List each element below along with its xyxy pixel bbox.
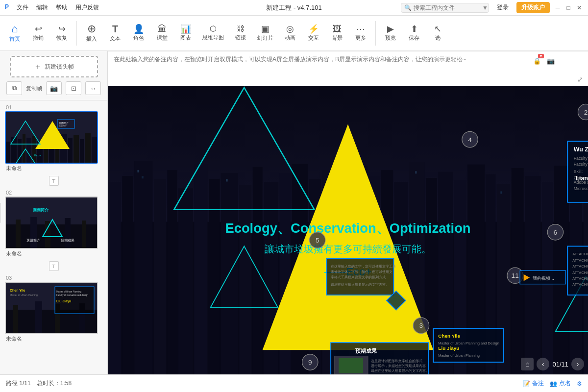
- canvas-lock-button[interactable]: 🔒 ▼: [531, 55, 543, 67]
- toolbar-preview[interactable]: ▶ 预览: [380, 23, 401, 44]
- svg-rect-30: [82, 220, 86, 248]
- toolbar-save-label: 保存: [409, 34, 419, 42]
- toolbar-text[interactable]: T 文本: [104, 22, 126, 44]
- swap-button[interactable]: ↔: [85, 81, 101, 95]
- notes-action-button[interactable]: 📝 备注: [523, 379, 544, 388]
- sidebar-collapse-button[interactable]: ‹: [0, 203, 1, 222]
- nav-next-button[interactable]: ›: [571, 358, 584, 370]
- plus-icon: ＋: [34, 62, 42, 72]
- canvas-camera-button[interactable]: 📷: [545, 55, 557, 67]
- fit-icon: ⊡: [71, 85, 76, 92]
- slide-thumb-3[interactable]: Chen Yile Master of Urban Planning Maste…: [5, 282, 98, 334]
- toolbar-slide[interactable]: ▣ 幻灯片: [253, 23, 277, 44]
- nav-prev-button[interactable]: ‹: [537, 358, 549, 370]
- save-icon: ⬆: [411, 24, 418, 33]
- toolbar-classroom[interactable]: 🏛 课堂: [151, 23, 173, 44]
- interact-icon: ⚡: [308, 24, 319, 33]
- settings-action-button[interactable]: ⚙: [577, 380, 582, 387]
- svg-rect-1: [6, 142, 10, 163]
- toolbar-link[interactable]: ⛓ 链接: [230, 23, 251, 43]
- svg-rect-15: [85, 133, 91, 163]
- canvas-zoomout-button[interactable]: ⊖: [504, 55, 515, 67]
- svg-text:字格式工具栏来设置文字的排列方式: 字格式工具栏来设置文字的排列方式: [331, 275, 386, 279]
- toolbar-undo[interactable]: ↩ 撤销: [27, 23, 49, 44]
- toolbar-chart[interactable]: 📊 图表: [175, 23, 196, 44]
- svg-text:进行展示，来描述您的预期成果内容: 进行展示，来描述您的预期成果内容: [371, 364, 426, 368]
- maximize-button[interactable]: □: [564, 4, 572, 12]
- menu-edit[interactable]: 编辑: [36, 3, 48, 12]
- more-icon: ⋯: [356, 24, 365, 33]
- toolbar-select[interactable]: ↖ 选: [427, 23, 448, 44]
- slide-number-2: 02: [5, 190, 102, 196]
- duration-indicator: 总时长：1:58: [37, 379, 72, 388]
- slide-icon: ▣: [261, 24, 270, 33]
- menu-help[interactable]: 帮助: [56, 3, 68, 12]
- svg-rect-5: [26, 138, 31, 163]
- redo-icon: ↪: [58, 24, 66, 33]
- canvas-fit2-button[interactable]: ⊡: [559, 55, 570, 67]
- svg-text:Faculty of Innovation and Desi: Faculty of Innovation and Design: [574, 162, 588, 167]
- svg-text:这里设计以图形和文字组合的形式: 这里设计以图形和文字组合的形式: [371, 359, 422, 363]
- toolbar-bg[interactable]: 🖼 背景: [326, 23, 348, 44]
- slide-item-2: 02: [0, 188, 107, 259]
- svg-rect-58: [178, 188, 193, 374]
- login-button[interactable]: 登录: [493, 2, 513, 13]
- canvas-area[interactable]: ⌂ ↺ □ ▢ ⊕ ⊖ ≡ 🔒 ▼ 📷 ⊡ ⤢: [108, 51, 588, 374]
- toolbar-text-label: 文本: [110, 35, 121, 42]
- toolbar-save[interactable]: ⬆ 保存: [403, 23, 425, 44]
- svg-rect-2: [11, 137, 17, 163]
- toolbar-insert[interactable]: ⊕ 插入: [81, 22, 102, 45]
- fit-button[interactable]: ⊡: [66, 81, 81, 95]
- upgrade-button[interactable]: 升级账户: [516, 2, 550, 13]
- svg-text:Master of Urban Planning and D: Master of Urban Planning and Design: [438, 341, 499, 345]
- canvas-rotate-button[interactable]: ↺: [449, 55, 461, 67]
- toolbar-slide-label: 幻灯片: [257, 34, 273, 42]
- search-input[interactable]: [414, 4, 482, 11]
- title-bar: P 文件 编辑 帮助 用户反馈 新建工程 - v4.7.101 🔍 ▼ 登录 升…: [0, 0, 588, 16]
- toolbar-redo[interactable]: ↪ 恢复: [51, 23, 73, 44]
- notes-expand-icon[interactable]: ⤢: [577, 75, 583, 83]
- toolbar-character[interactable]: 👤 角色: [128, 23, 149, 44]
- callout-action-button[interactable]: 👥 点名: [550, 379, 571, 388]
- toolbar-home[interactable]: ⌂ 首页: [4, 22, 25, 45]
- svg-rect-53: [108, 182, 121, 374]
- bottom-right: 📝 备注 👥 点名 ⚙: [523, 379, 582, 388]
- slide-separator-2: ⊤: [48, 260, 60, 272]
- svg-text:请您在这里输入想要显示的文字内容。: 请您在这里输入想要显示的文字内容。: [371, 369, 429, 373]
- toolbar-animate[interactable]: ◎ 动画: [279, 23, 301, 44]
- slide-number-3: 03: [5, 275, 102, 281]
- slide-thumb-2[interactable]: 圆圈简介 選題簡介 預期成果: [5, 196, 98, 249]
- menu-file[interactable]: 文件: [17, 3, 28, 12]
- toolbar-more[interactable]: ⋯ 更多: [350, 23, 371, 44]
- svg-rect-96: [415, 171, 417, 173]
- canvas-rect2-button[interactable]: ▢: [476, 55, 488, 67]
- svg-rect-54: [122, 176, 133, 374]
- canvas-home-button[interactable]: ⌂: [435, 55, 447, 67]
- canvas-menu-button[interactable]: ≡: [517, 55, 529, 67]
- sidebar-wrapper: ＋ 新建镜头帧 ⧉ 复制帧 📷 ⊡ ↔: [0, 51, 108, 374]
- search-dropdown-icon[interactable]: ▼: [482, 4, 488, 11]
- search-box[interactable]: 🔍 ▼: [401, 3, 489, 13]
- new-frame-button[interactable]: ＋ 新建镜头帧: [10, 56, 98, 77]
- menu-logo[interactable]: P: [5, 3, 9, 12]
- canvas-zoomin-button[interactable]: ⊕: [490, 55, 502, 67]
- camera-button[interactable]: 📷: [46, 81, 62, 95]
- svg-text:預期成果: 預期成果: [61, 239, 74, 243]
- canvas-fullscreen-button[interactable]: ⤢: [572, 55, 584, 67]
- canvas-rect1-button[interactable]: □: [463, 55, 474, 67]
- svg-text:ATTACHMENTSORLEAGUE A SECTION : ATTACHMENTSORLEAGUE A SECTION E: [572, 282, 588, 287]
- slide-name-2: 未命名: [5, 250, 102, 257]
- minimize-button[interactable]: ─: [554, 4, 562, 12]
- toolbar-character-label: 角色: [133, 34, 144, 42]
- menu-feedback[interactable]: 用户反馈: [75, 3, 99, 12]
- slide-canvas[interactable]: Ecology、Conservation、Optimization 讓城市垃圾擁…: [108, 51, 588, 374]
- toolbar-mindmap[interactable]: ⬡ 思维导图: [198, 23, 228, 43]
- slide-name-3: 未命名: [5, 335, 102, 343]
- toolbar-interact[interactable]: ⚡ 交互: [303, 23, 324, 44]
- close-button[interactable]: ✕: [575, 4, 583, 12]
- toolbar-redo-label: 恢复: [56, 34, 67, 42]
- slide-thumb-1[interactable]: Eco+ 圆圈简介 選題簡介: [5, 111, 98, 164]
- copy-frame-button[interactable]: ⧉: [6, 81, 22, 95]
- svg-rect-94: [226, 179, 228, 182]
- nav-home-button[interactable]: ⌂: [521, 358, 534, 370]
